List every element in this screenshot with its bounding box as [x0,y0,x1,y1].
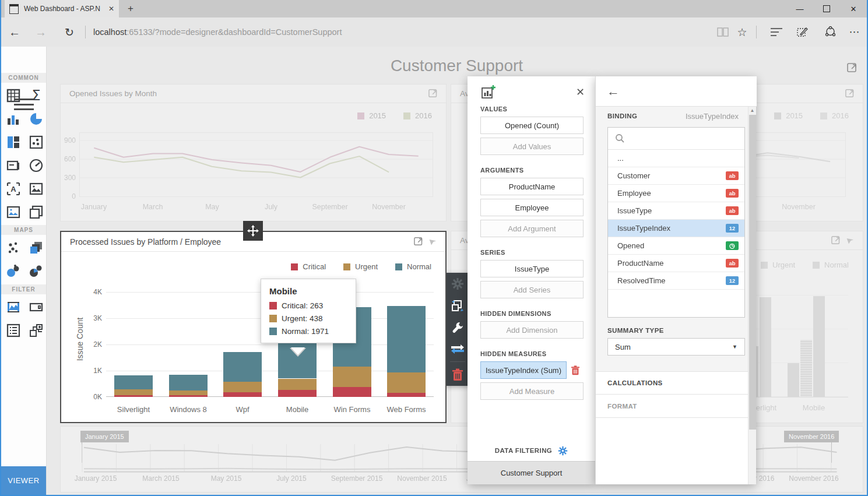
toolbox-item-grid[interactable] [3,86,23,105]
bar-segment[interactable] [169,375,208,391]
back-button[interactable]: ← [6,17,23,47]
field-row[interactable]: IssueTypeab [608,202,744,220]
toolbox-item-rangefilter[interactable] [3,298,23,316]
scrollbar[interactable]: ▲ [748,107,756,484]
wrench-icon[interactable] [445,318,470,337]
field-row[interactable]: ResolvedTime12 [608,272,744,290]
new-tab-button[interactable]: + [119,0,142,17]
export-icon[interactable] [831,235,842,245]
calculations-section[interactable]: CALCULATIONS [596,371,748,395]
more-options-icon[interactable]: ⋯ [846,17,863,47]
toolbox-item-group[interactable] [26,203,46,221]
window-close-button[interactable]: ✕ [840,0,867,17]
remove-measure-trash-icon[interactable] [571,365,580,375]
scrollbar-thumb[interactable] [749,115,756,430]
toolbox-item-combobox[interactable] [26,298,46,316]
range-flag-start[interactable]: January 2015 [80,431,129,442]
move-handle-icon[interactable] [243,221,263,241]
toolbox-item-geopoint[interactable] [3,238,23,257]
bar-segment[interactable] [169,391,208,396]
field-search-input[interactable] [608,128,744,150]
add-item-button[interactable]: Add Dimension [480,321,584,339]
bar-segment[interactable] [333,367,371,387]
range-flag-end[interactable]: November 2016 [784,431,839,442]
data-item-button[interactable]: Employee [480,199,584,216]
convert-item-icon[interactable] [445,296,470,316]
export-icon[interactable] [414,236,424,247]
bar-segment[interactable] [278,390,317,397]
back-icon[interactable]: ← [607,84,620,99]
address-bar[interactable]: localhost:65133/?mode=designer&dashboard… [93,17,342,47]
bar-segment[interactable] [169,395,208,397]
toolbox-item-scatter[interactable] [26,133,46,152]
format-section[interactable]: FORMAT [596,395,748,418]
drill-arrow-icon[interactable] [428,236,438,247]
field-row[interactable]: ... [608,150,744,167]
toolbox-item-gauge[interactable] [26,156,46,175]
summary-type-dropdown[interactable]: Sum▼ [607,338,745,356]
bar-segment[interactable] [114,395,153,397]
share-icon[interactable] [821,17,839,47]
bar-segment[interactable] [333,387,371,397]
bar-segment[interactable] [223,352,262,382]
field-row[interactable]: Employeeab [608,185,744,202]
field-row[interactable]: Customerab [608,167,744,185]
add-item-button[interactable]: Add Values [480,138,584,155]
data-item-button[interactable]: ProductName [480,178,584,195]
browser-tab[interactable]: Web Dashboard - ASP.N ✕ [5,0,119,17]
web-note-icon[interactable] [794,17,811,47]
field-row[interactable]: ProductNameab [608,255,744,272]
settings-gear-icon[interactable] [445,274,470,294]
toolbox-item-card[interactable] [3,156,23,175]
toolbox-item-treemap[interactable] [3,133,23,152]
tab-close-icon[interactable]: ✕ [108,5,114,13]
toolbox-item-bubblemap[interactable] [3,262,23,280]
swap-arrows-icon[interactable] [445,339,470,359]
delete-item-trash-icon[interactable] [445,365,470,385]
data-item-button[interactable]: IssueTypeIndex (Sum) [480,361,567,379]
data-item-button[interactable]: IssueType [480,260,584,277]
tooltip-row: Urgent: 438 [269,314,347,323]
bar-segment[interactable] [387,393,426,397]
bar-segment[interactable] [387,306,426,372]
bar-segment[interactable] [278,379,317,391]
reading-view-icon[interactable] [715,17,731,47]
toolbox-item-treeview[interactable] [26,321,46,340]
add-item-button[interactable]: Add Measure [480,382,584,400]
toolbox-item-pivot[interactable]: Σ [26,86,46,105]
add-item-button[interactable]: Add Argument [480,220,584,237]
bar-segment[interactable] [387,372,426,393]
add-item-button[interactable]: Add Series [480,281,584,298]
refresh-button[interactable]: ↻ [61,17,78,47]
toolbox-item-piemap[interactable] [26,262,46,280]
toolbox-item-listbox[interactable] [3,321,23,340]
toolbox-item-textbox[interactable]: A [3,180,23,198]
bar-segment[interactable] [223,382,262,392]
export-icon[interactable] [428,88,439,99]
field-row[interactable]: IssueTypeIndex12 [608,220,744,237]
data-item-button[interactable]: Opened (Count) [480,117,584,134]
panel-opened-issues[interactable]: Opened Issues by Month 20152016 90060030… [60,84,447,221]
toolbox-item-pie[interactable] [26,110,46,128]
forward-button[interactable]: → [32,17,50,47]
toolbox-item-choropleth[interactable] [26,238,46,257]
bar-segment[interactable] [114,375,153,389]
hub-icon[interactable] [768,17,785,47]
bar-segment[interactable] [114,389,153,395]
bar-segment[interactable] [223,392,262,397]
dashboard-export-icon[interactable] [847,62,859,73]
window-minimize-button[interactable]: — [786,0,813,17]
drill-arrow-icon[interactable] [845,235,856,245]
close-icon[interactable]: ✕ [576,86,585,99]
favorites-star-icon[interactable]: ☆ [734,17,750,47]
panel-processed-issues[interactable]: Processed Issues by Platform / Employee … [60,231,447,423]
window-maximize-button[interactable] [813,0,840,17]
field-row[interactable]: Opened◷ [608,237,744,255]
export-icon[interactable] [845,88,856,99]
data-filtering-row[interactable]: DATA FILTERING [468,441,595,460]
viewer-button[interactable]: VIEWER [1,466,46,495]
toolbox-item-chart[interactable] [3,110,23,128]
dashboard-tab-footer[interactable]: Customer Support [468,461,595,484]
toolbox-item-image[interactable] [26,180,46,198]
toolbox-item-boundimage[interactable] [3,203,23,221]
